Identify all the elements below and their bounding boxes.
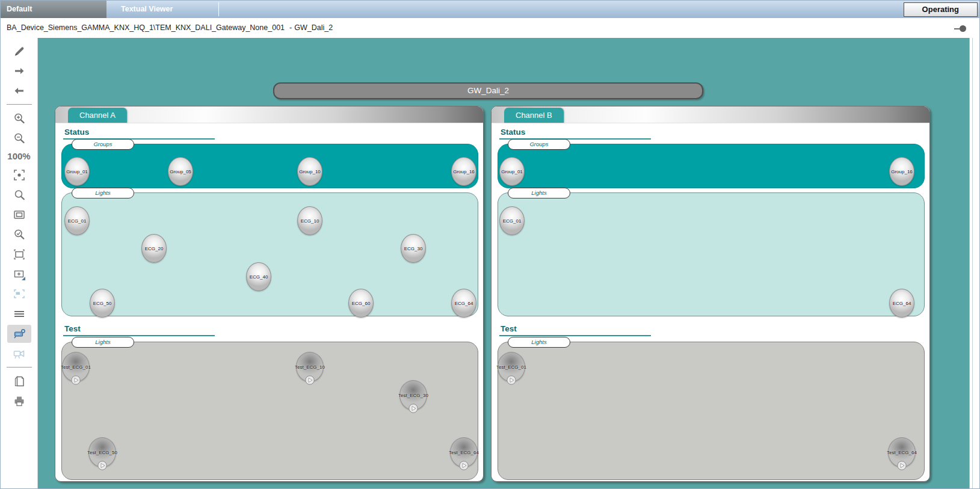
channel-a-panel: Channel A StatusGroupsGroup_01Group_05Gr…	[55, 106, 484, 482]
play-icon[interactable]	[71, 375, 81, 385]
ecg-node[interactable]: ECG_64	[889, 289, 914, 318]
zoom-out-icon[interactable]	[7, 129, 31, 147]
tab-separator	[218, 2, 219, 16]
group-node[interactable]: Group_16	[451, 157, 476, 186]
search-icon[interactable]	[7, 186, 31, 204]
container-pill-label: Lights	[508, 337, 570, 348]
pen-icon[interactable]	[7, 42, 31, 60]
lights-container: LightsECG_01ECG_64	[498, 192, 925, 316]
node-label: ECG_64	[455, 301, 473, 306]
ecg-node[interactable]: ECG_50	[90, 289, 115, 318]
node-label: ECG_10	[301, 218, 319, 224]
play-icon[interactable]	[305, 375, 315, 385]
node-label: Group_10	[299, 169, 321, 174]
fit-view-icon[interactable]	[7, 166, 31, 184]
ecg-node[interactable]: ECG_01	[64, 206, 90, 235]
page-setup-icon[interactable]	[7, 372, 31, 390]
ecg-node[interactable]: ECG_10	[297, 206, 322, 235]
channel-tab[interactable]: Channel A	[68, 108, 127, 123]
channel-b-panel: Channel B StatusGroupsGroup_01Group_16Li…	[491, 106, 930, 482]
ecg-node[interactable]: ECG_30	[401, 234, 426, 263]
toolbar-divider	[7, 367, 32, 368]
node-label: Test_ECG_30	[398, 393, 428, 398]
pin-icon[interactable]	[954, 25, 966, 32]
test-ecg-node[interactable]: Test_ECG_01	[498, 352, 525, 382]
node-label: ECG_64	[893, 301, 911, 306]
ecg-node[interactable]: ECG_20	[141, 234, 167, 263]
breadcrumb-current: GW_Dali_2	[294, 23, 333, 32]
toolbar-divider	[7, 104, 32, 105]
play-icon[interactable]	[459, 461, 469, 470]
panel-body: StatusGroupsGroup_01Group_16LightsECG_01…	[492, 127, 929, 486]
node-label: Group_01	[66, 169, 88, 174]
test-ecg-node[interactable]: Test_ECG_64	[450, 437, 478, 467]
node-label: ECG_30	[404, 246, 423, 251]
play-icon[interactable]	[408, 404, 418, 413]
pan-view-icon	[7, 285, 31, 303]
play-icon[interactable]	[507, 375, 516, 385]
panel-body: StatusGroupsGroup_01Group_05Group_10Grou…	[55, 127, 483, 486]
test-ecg-node[interactable]: Test_ECG_10	[296, 352, 324, 382]
app-window: Default Textual Viewer Operating BA_Devi…	[0, 0, 980, 489]
test-ecg-node[interactable]: Test_ECG_50	[88, 437, 116, 467]
node-label: Group_16	[891, 169, 913, 174]
ecg-node[interactable]: ECG_60	[348, 289, 374, 318]
container-pill-label: Lights	[72, 337, 134, 348]
test-ecg-node[interactable]: Test_ECG_30	[399, 380, 427, 410]
right-gutter	[969, 38, 979, 488]
node-label: Test_ECG_50	[87, 450, 117, 455]
graphic-canvas: GW_Dali_2 Channel A StatusGroupsGroup_01…	[38, 38, 969, 488]
container-pill-label: Groups	[72, 139, 134, 150]
group-node[interactable]: Group_10	[297, 157, 322, 186]
group-node[interactable]: Group_01	[499, 157, 525, 186]
node-label: Group_05	[170, 169, 191, 174]
panel-header: Channel A	[55, 106, 483, 123]
node-label: ECG_50	[93, 301, 112, 306]
group-node[interactable]: Group_05	[168, 157, 193, 186]
section-heading: Test	[499, 324, 651, 336]
breadcrumb: BA_Device_Siemens_GAMMA_KNX_HQ_1\TEM_KNX…	[7, 18, 335, 37]
channel-tab[interactable]: Channel B	[504, 108, 564, 123]
test-ecg-node[interactable]: Test_ECG_64	[888, 437, 916, 467]
print-icon[interactable]	[7, 392, 31, 410]
operating-mode-button[interactable]: Operating	[904, 2, 978, 17]
groups-container: GroupsGroup_01Group_16	[498, 144, 925, 188]
zoom-level-label: 100%	[4, 149, 35, 164]
window-zoom-icon[interactable]	[7, 206, 31, 224]
node-label: ECG_60	[352, 301, 371, 306]
group-node[interactable]: Group_16	[889, 157, 914, 186]
node-label: Test_ECG_10	[295, 364, 325, 370]
lights-container: LightsECG_01ECG_10ECG_20ECG_30ECG_40ECG_…	[61, 192, 478, 316]
node-label: Group_01	[501, 169, 523, 174]
arrow-right-icon[interactable]	[7, 62, 31, 80]
test-container: LightsTest_ECG_01Test_ECG_10Test_ECG_30T…	[61, 342, 478, 480]
gateway-title-bar: GW_Dali_2	[273, 82, 703, 99]
node-label: Test_ECG_64	[887, 450, 917, 455]
center-view-icon[interactable]	[7, 265, 31, 283]
arrow-left-icon[interactable]	[7, 82, 31, 100]
groups-container: GroupsGroup_01Group_05Group_10Group_16	[61, 144, 478, 188]
graphics-toolbar: 100%	[1, 38, 38, 488]
panel-header: Channel B	[492, 106, 929, 123]
tab-default[interactable]: Default	[1, 1, 106, 18]
hide-annotations-icon[interactable]	[7, 325, 31, 343]
node-label: Test_ECG_64	[449, 450, 479, 455]
zoom-check-icon[interactable]	[7, 226, 31, 244]
zoom-in-icon[interactable]	[7, 109, 31, 128]
container-pill-label: Lights	[72, 188, 134, 198]
test-container: LightsTest_ECG_01Test_ECG_64	[498, 342, 925, 480]
container-pill-label: Lights	[508, 188, 570, 198]
node-label: Test_ECG_01	[496, 364, 526, 370]
area-select-icon[interactable]	[7, 245, 31, 263]
tab-textual-viewer[interactable]: Textual Viewer	[106, 1, 218, 18]
test-ecg-node[interactable]: Test_ECG_01	[62, 352, 90, 382]
layers-icon[interactable]	[7, 305, 31, 323]
ecg-node[interactable]: ECG_40	[246, 262, 271, 291]
ecg-node[interactable]: ECG_01	[499, 206, 525, 235]
node-label: ECG_01	[503, 218, 522, 224]
node-label: Group_16	[453, 169, 475, 174]
group-node[interactable]: Group_01	[64, 157, 90, 186]
play-icon[interactable]	[97, 461, 107, 470]
ecg-node[interactable]: ECG_64	[451, 289, 476, 318]
play-icon[interactable]	[897, 461, 907, 470]
